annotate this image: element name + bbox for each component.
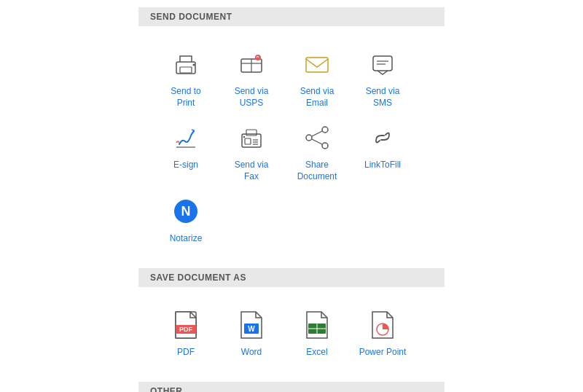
send-document-grid: Send toPrint Send viaUSPS [138, 34, 445, 262]
svg-text:PDF: PDF [179, 326, 193, 333]
share-icon [300, 120, 334, 155]
share-doc-button[interactable]: ShareDocument [284, 114, 350, 188]
svg-rect-12 [246, 130, 257, 136]
svg-text:W: W [248, 325, 255, 333]
send-sms-button[interactable]: Send viaSMS [350, 41, 415, 114]
sms-icon [365, 47, 400, 82]
svg-point-19 [306, 135, 312, 141]
send-fax-label: Send viaFax [235, 160, 269, 182]
notarize-icon: N [168, 194, 203, 229]
svg-line-21 [312, 131, 322, 136]
save-document-grid: PDF PDF W Word [138, 294, 445, 376]
send-document-header: SEND DOCUMENT [138, 7, 445, 26]
svg-point-17 [243, 136, 245, 138]
notarize-label: Notarize [170, 233, 203, 245]
other-section: OTHER Back to Edit [138, 382, 445, 392]
powerpoint-icon [365, 307, 400, 342]
svg-text:N: N [181, 204, 191, 219]
send-email-label: Send viaEmail [300, 86, 334, 109]
save-document-section: SAVE DOCUMENT AS PDF PDF [138, 268, 445, 376]
link-icon [365, 120, 400, 155]
send-fax-button[interactable]: Send viaFax [219, 114, 284, 188]
excel-icon [300, 307, 334, 342]
svg-rect-0 [176, 62, 195, 74]
main-container: SEND DOCUMENT Send toPrint [138, 7, 445, 392]
e-sign-label: E-sign [173, 160, 198, 171]
esign-icon [168, 120, 203, 155]
send-usps-label: Send viaUSPS [235, 86, 269, 109]
send-sms-label: Send viaSMS [366, 86, 400, 109]
svg-point-2 [193, 64, 195, 66]
svg-line-22 [312, 139, 322, 144]
save-word-label: Word [241, 347, 262, 358]
svg-rect-7 [373, 56, 392, 71]
email-icon [300, 47, 334, 82]
save-excel-button[interactable]: Excel [284, 302, 350, 364]
other-header: OTHER [138, 382, 445, 392]
printer-icon [168, 47, 203, 82]
link-to-fill-label: LinkToFill [364, 160, 401, 171]
word-icon: W [234, 307, 269, 342]
send-print-label: Send toPrint [171, 86, 200, 109]
save-document-header: SAVE DOCUMENT AS [138, 268, 445, 287]
save-excel-label: Excel [306, 347, 327, 358]
save-ppt-button[interactable]: Power Point [350, 302, 415, 364]
share-doc-label: ShareDocument [297, 160, 337, 182]
svg-rect-1 [180, 67, 192, 73]
svg-rect-6 [306, 58, 328, 72]
send-document-section: SEND DOCUMENT Send toPrint [138, 7, 445, 262]
e-sign-button[interactable]: E-sign [153, 114, 219, 188]
pdf-icon: PDF [168, 307, 203, 342]
save-pdf-button[interactable]: PDF PDF [153, 302, 219, 364]
mailbox-icon [234, 47, 269, 82]
svg-point-18 [322, 127, 328, 133]
send-email-button[interactable]: Send viaEmail [284, 41, 350, 114]
send-print-button[interactable]: Send toPrint [153, 41, 219, 114]
svg-point-4 [255, 55, 261, 60]
send-usps-button[interactable]: Send viaUSPS [219, 41, 284, 114]
save-word-button[interactable]: W Word [219, 302, 284, 364]
notarize-button[interactable]: N Notarize [153, 188, 219, 251]
fax-icon [234, 120, 269, 155]
svg-point-20 [322, 143, 328, 149]
link-to-fill-button[interactable]: LinkToFill [350, 114, 415, 188]
save-pdf-label: PDF [177, 347, 195, 358]
save-ppt-label: Power Point [359, 347, 407, 358]
svg-rect-13 [245, 138, 251, 144]
